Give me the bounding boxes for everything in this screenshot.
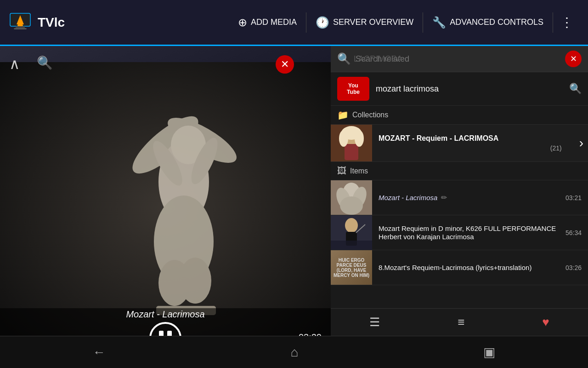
- items-label: Items: [350, 167, 368, 175]
- svg-point-27: [340, 196, 363, 215]
- top-bar: TVlc ⊕ ADD MEDIA 🕐 SERVER OVERVIEW 🔧 ADV…: [0, 0, 588, 46]
- svg-point-21: [339, 130, 348, 147]
- add-media-label: ADD MEDIA: [251, 17, 297, 27]
- recents-button[interactable]: ▣: [474, 340, 504, 364]
- collection-item[interactable]: MOZART - Requiem - LACRIMOSA (21) ›: [331, 125, 588, 162]
- video-overlay: ∧ 🔍 ✕ Mozart - Lacrimosa 03:20: [0, 46, 331, 368]
- search-icon: 🔍: [337, 52, 351, 65]
- video-item-1-info: Mozart - Lacrimosa ✏: [372, 190, 565, 206]
- advanced-controls-button[interactable]: 🔧 ADVANCED CONTROLS: [423, 12, 553, 33]
- youtube-thumbnail: YouTube: [337, 77, 369, 101]
- image-icon: 🖼: [337, 166, 346, 176]
- search-bar: 🔍 LACRIMOSA ✕: [331, 46, 588, 72]
- svg-rect-19: [345, 144, 358, 160]
- server-overview-label: SERVER OVERVIEW: [333, 17, 413, 27]
- search-overlay-button[interactable]: 🔍: [37, 55, 53, 70]
- svg-point-22: [355, 130, 364, 147]
- add-media-icon: ⊕: [238, 16, 247, 29]
- folder-icon: 📁: [337, 109, 349, 121]
- svg-rect-2: [16, 26, 25, 28]
- more-menu-button[interactable]: ⋮: [553, 11, 581, 34]
- server-overview-button[interactable]: 🕐 SERVER OVERVIEW: [306, 12, 423, 33]
- heart-favorite-icon[interactable]: ♥: [542, 315, 549, 329]
- youtube-result-item[interactable]: YouTube mozart lacrimosa 🔍: [331, 72, 588, 106]
- items-header: 🖼 Items: [331, 162, 588, 180]
- video-item-2-info: Mozart Requiem in D minor, K626 FULL PER…: [372, 221, 565, 245]
- video-item-1-thumbnail: [331, 180, 372, 215]
- mozart-portrait-thumbnail: [331, 125, 372, 161]
- edit-icon[interactable]: ✏: [441, 193, 447, 202]
- clock-icon: 🕐: [316, 16, 329, 29]
- search-input[interactable]: [356, 54, 560, 64]
- svg-rect-32: [331, 241, 372, 250]
- bottom-navigation-bar: ← ⌂ ▣: [0, 336, 588, 368]
- video-item-3[interactable]: HUIC ERGO PARCE DEUS (LORD, HAVE MERCY O…: [331, 250, 588, 285]
- video-item-1-title: Mozart - Lacrimosa: [379, 194, 437, 201]
- svg-rect-5: [17, 24, 23, 26]
- collection-info: MOZART - Requiem - LACRIMOSA (21): [372, 130, 575, 156]
- collection-count: (21): [379, 144, 568, 152]
- video-item-2-title: Mozart Requiem in D minor, K626 FULL PER…: [379, 224, 556, 241]
- now-playing-title: Mozart - Lacrimosa: [126, 309, 204, 320]
- home-button[interactable]: ⌂: [282, 340, 308, 364]
- advanced-controls-label: ADVANCED CONTROLS: [450, 17, 543, 27]
- video-item-2-thumbnail: [331, 215, 372, 250]
- back-button[interactable]: ←: [84, 340, 115, 364]
- video-item-1[interactable]: Mozart - Lacrimosa ✏ 03:21: [331, 180, 588, 215]
- collections-header: 📁 Collections: [331, 106, 588, 125]
- menu-icon[interactable]: ≡: [458, 315, 464, 329]
- list-view-icon[interactable]: ☰: [369, 315, 380, 329]
- svg-rect-3: [14, 28, 27, 29]
- video-item-3-duration: 03:26: [565, 264, 588, 271]
- youtube-result-title: mozart lacrimosa: [376, 84, 582, 94]
- close-search-button[interactable]: ✕: [565, 51, 582, 67]
- video-panel: ∧ 🔍 ✕ Mozart - Lacrimosa 03:20: [0, 46, 331, 368]
- youtube-search-icon[interactable]: 🔍: [569, 83, 582, 94]
- app-title: TVlc: [38, 15, 65, 30]
- youtube-logo-text: YouTube: [347, 82, 360, 95]
- collection-title: MOZART - Requiem - LACRIMOSA: [379, 134, 568, 143]
- video-item-1-duration: 03:21: [565, 194, 588, 201]
- app-logo: [7, 10, 33, 35]
- collection-arrow-icon[interactable]: ›: [575, 136, 588, 150]
- video-item-3-title: 8.Mozart's Requiem-Lacrimosa (lyrics+tra…: [379, 264, 531, 271]
- wrench-icon: 🔧: [432, 16, 446, 29]
- close-overlay-button[interactable]: ✕: [276, 55, 294, 74]
- add-media-button[interactable]: ⊕ ADD MEDIA: [229, 12, 306, 33]
- bottom-right-actions: ☰ ≡ ♥: [331, 308, 588, 336]
- collections-label: Collections: [352, 111, 388, 119]
- up-arrow-button[interactable]: ∧: [9, 55, 20, 73]
- app-logo-area: TVlc: [7, 10, 65, 35]
- video-item-2[interactable]: Mozart Requiem in D minor, K626 FULL PER…: [331, 215, 588, 250]
- video-item-3-thumbnail: HUIC ERGO PARCE DEUS (LORD, HAVE MERCY O…: [331, 250, 372, 285]
- video-item-3-info: 8.Mozart's Requiem-Lacrimosa (lyrics+tra…: [372, 260, 565, 276]
- video-item-2-duration: 56:34: [565, 229, 588, 236]
- svg-point-29: [345, 218, 358, 233]
